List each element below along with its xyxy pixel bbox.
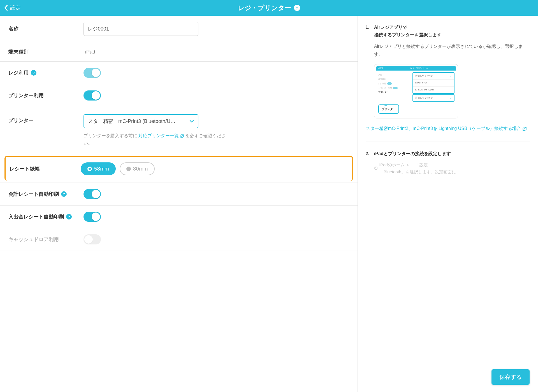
back-label: 設定 [10,4,21,11]
label-printer: プリンター [8,114,84,124]
help-step-1-body: Airレジアプリと接続するプリンターが表示されているか確認し、選択します。 [374,43,530,58]
printer-select[interactable]: スター精密 mC-Print3 (Bluetooth/U… [84,114,198,128]
label-device: 端末種別 [8,48,84,55]
row-auto-receipt-checkout: 会計レシート自動印刷? [0,183,358,206]
printer-hint: プリンターを購入する前に 対応プリンター一覧 を必ずご確認ください。 [84,132,229,146]
chevron-left-icon [4,5,8,11]
row-receipt-width-highlight: レシート紙幅 58mm 80mm [4,156,353,181]
label-auto-receipt-cash: 入出金レシート自動印刷? [8,213,84,220]
page-title: レジ・プリンター ? [238,4,300,12]
chevron-down-icon [189,120,194,123]
row-name: 名称 [0,16,358,42]
help-icon[interactable]: ? [61,191,67,197]
row-auto-receipt-cash: 入出金レシート自動印刷? [0,206,358,228]
row-printer: プリンター スター精密 mC-Print3 (Bluetooth/U… プリンタ… [0,107,358,154]
label-printer-use: プリンター利用 [8,92,84,99]
toggle-regi-use[interactable] [84,68,101,78]
help-usb-link[interactable]: スター精密mC-Print2、mC-Print3を Lightning USB（… [366,125,530,133]
row-printer-use: プリンター利用 [0,84,358,107]
external-link-icon [180,134,184,138]
back-button[interactable]: 設定 [4,4,21,11]
row-device: 端末種別 iPad [0,42,358,62]
printer-list-link[interactable]: 対応プリンター一覧 [138,133,184,138]
save-button[interactable]: 保存する [491,369,530,385]
toggle-auto-checkout[interactable] [84,189,101,199]
app-header: 設定 レジ・プリンター ? [0,0,538,16]
help-icon[interactable]: ? [66,214,72,220]
toggle-auto-cash[interactable] [84,212,101,222]
toggle-printer-use[interactable] [84,90,101,101]
settings-panel: 名称 端末種別 iPad レジ利用? プリンター利用 プリンター スター精密 m… [0,16,358,392]
label-name: 名称 [8,25,84,32]
label-receipt-width: レシート紙幅 [10,165,81,172]
help-icon[interactable]: ? [294,5,300,11]
printer-select-value: スター精密 mC-Print3 (Bluetooth/U… [88,118,175,125]
help-step-2-faded: ①iPadのホーム ＞ 「設定 「Bluetooth」を選択します。設定画面に [374,161,530,176]
width-option-80mm[interactable]: 80mm [120,162,155,175]
width-option-58mm[interactable]: 58mm [81,162,116,175]
label-cash-drawer: キャッシュドロア利用 [8,236,84,243]
row-regi-use: レジ利用? [0,62,358,84]
help-step-2: 2. iPadとプリンターの接続を設定します [366,150,530,157]
toggle-cash-drawer[interactable] [84,234,101,244]
label-regi-use: レジ利用? [8,69,84,76]
help-icon[interactable]: ? [31,70,36,76]
row-cash-drawer: キャッシュドロア利用 [0,228,358,251]
label-auto-receipt-checkout: 会計レシート自動印刷? [8,191,84,197]
help-illustration: < 設定レジ・プリンター ● 名称端末種別 レジ利用 プリンター利用 プリンター… [374,64,458,118]
name-input[interactable] [84,22,198,36]
external-link-icon [522,127,527,131]
help-panel: 1. Airレジアプリで 接続するプリンターを選択します Airレジアプリと接続… [358,16,538,392]
help-step-1: 1. Airレジアプリで 接続するプリンターを選択します [366,24,530,39]
device-value: iPad [84,49,349,55]
